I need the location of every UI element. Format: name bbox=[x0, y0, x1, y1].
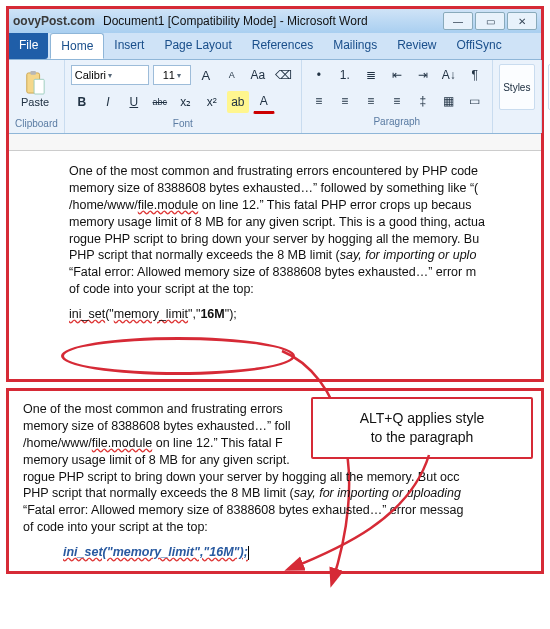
title-bar: oovyPost.com Document1 [Compatibility Mo… bbox=[9, 9, 541, 33]
svg-rect-1 bbox=[30, 71, 36, 75]
result-panel: One of the most common and frustrating e… bbox=[6, 388, 544, 574]
group-paragraph: • 1. ≣ ⇤ ⇥ A↓ ¶ ≡ ≡ ≡ ≡ ‡ ▦ ▭ Paragraph bbox=[302, 60, 493, 133]
doc-line: One of the most common and frustrating e… bbox=[69, 163, 525, 180]
superscript-button[interactable]: x² bbox=[201, 91, 223, 113]
borders-button[interactable]: ▭ bbox=[464, 90, 486, 112]
tab-offisync[interactable]: OffiSync bbox=[447, 33, 512, 59]
underline-button[interactable]: U bbox=[123, 91, 145, 113]
doc-line: /home/www/file.module on line 12.” This … bbox=[69, 197, 525, 214]
font-name-value: Calibri bbox=[75, 69, 106, 81]
code-line: ini_set("memory_limit","16M"); bbox=[69, 306, 525, 323]
font-size-value: 11 bbox=[163, 69, 175, 81]
window-title: Document1 [Compatibility Mode] - Microso… bbox=[103, 14, 368, 28]
styles-label: Styles bbox=[503, 82, 530, 93]
callout-line: to the paragraph bbox=[327, 428, 517, 447]
ribbon-tabs: File Home Insert Page Layout References … bbox=[9, 33, 541, 60]
multilevel-button[interactable]: ≣ bbox=[360, 64, 382, 86]
group-styles: Styles bbox=[493, 60, 542, 133]
tab-references[interactable]: References bbox=[242, 33, 323, 59]
strike-button[interactable]: abc bbox=[149, 91, 171, 113]
doc-line: rogue PHP script to bring down your serv… bbox=[23, 469, 527, 486]
align-center-button[interactable]: ≡ bbox=[334, 90, 356, 112]
inc-indent-button[interactable]: ⇥ bbox=[412, 64, 434, 86]
svg-rect-2 bbox=[34, 79, 44, 94]
tab-page-layout[interactable]: Page Layout bbox=[154, 33, 241, 59]
styled-code: ini_set("memory_limit","16M"); bbox=[63, 544, 248, 561]
tab-insert[interactable]: Insert bbox=[104, 33, 154, 59]
align-right-button[interactable]: ≡ bbox=[360, 90, 382, 112]
paragraph-label: Paragraph bbox=[308, 116, 486, 127]
maximize-button[interactable]: ▭ bbox=[475, 12, 505, 30]
close-button[interactable]: ✕ bbox=[507, 12, 537, 30]
paste-button[interactable]: Paste bbox=[15, 64, 55, 114]
font-size-combo[interactable]: 11▾ bbox=[153, 65, 191, 85]
font-color-button[interactable]: A bbox=[253, 90, 275, 114]
ribbon: Paste Clipboard Calibri▾ 11▾ A A Aa ⌫ B … bbox=[9, 60, 541, 134]
word-window: oovyPost.com Document1 [Compatibility Mo… bbox=[6, 6, 544, 382]
shrink-font-button[interactable]: A bbox=[221, 64, 243, 86]
text-caret bbox=[248, 546, 249, 560]
dec-indent-button[interactable]: ⇤ bbox=[386, 64, 408, 86]
doc-line: of code into your script at the top: bbox=[23, 519, 527, 536]
numbering-button[interactable]: 1. bbox=[334, 64, 356, 86]
align-left-button[interactable]: ≡ bbox=[308, 90, 330, 112]
watermark-text: oovyPost.com bbox=[13, 14, 95, 28]
chevron-down-icon: ▾ bbox=[108, 71, 112, 80]
callout-line: ALT+Q applies style bbox=[327, 409, 517, 428]
doc-line: PHP script that normally exceeds the 8 M… bbox=[23, 485, 527, 502]
doc-line: memory usage limit of 8 MB for any given… bbox=[69, 214, 525, 231]
clear-format-button[interactable]: ⌫ bbox=[273, 64, 295, 86]
tab-file[interactable]: File bbox=[9, 33, 48, 59]
doc-line: “Fatal error: Allowed memory size of 838… bbox=[69, 264, 525, 281]
change-case-button[interactable]: Aa bbox=[247, 64, 269, 86]
doc-line: rogue PHP script to bring down your serv… bbox=[69, 231, 525, 248]
tab-mailings[interactable]: Mailings bbox=[323, 33, 387, 59]
group-clipboard: Paste Clipboard bbox=[9, 60, 65, 133]
minimize-button[interactable]: — bbox=[443, 12, 473, 30]
paste-label: Paste bbox=[21, 96, 49, 108]
doc-line: of code into your script at the top: bbox=[69, 281, 525, 298]
tab-review[interactable]: Review bbox=[387, 33, 446, 59]
bold-button[interactable]: B bbox=[71, 91, 93, 113]
group-editing: Edit bbox=[542, 60, 550, 133]
shading-button[interactable]: ▦ bbox=[438, 90, 460, 112]
doc-line: PHP script that normally exceeds the 8 M… bbox=[69, 247, 525, 264]
styles-button[interactable]: Styles bbox=[499, 64, 535, 110]
tab-home[interactable]: Home bbox=[50, 33, 104, 59]
window-controls: — ▭ ✕ bbox=[443, 12, 537, 30]
show-marks-button[interactable]: ¶ bbox=[464, 64, 486, 86]
italic-button[interactable]: I bbox=[97, 91, 119, 113]
highlight-button[interactable]: ab bbox=[227, 91, 249, 113]
font-label: Font bbox=[71, 118, 295, 129]
justify-button[interactable]: ≡ bbox=[386, 90, 408, 112]
clipboard-label: Clipboard bbox=[15, 118, 58, 129]
sort-button[interactable]: A↓ bbox=[438, 64, 460, 86]
clipboard-icon bbox=[24, 70, 46, 96]
callout-box: ALT+Q applies style to the paragraph bbox=[311, 397, 533, 459]
doc-line: memory size of 8388608 bytes exhausted…”… bbox=[69, 180, 525, 197]
grow-font-button[interactable]: A bbox=[195, 64, 217, 86]
ruler[interactable] bbox=[9, 134, 541, 151]
document-area[interactable]: One of the most common and frustrating e… bbox=[9, 151, 541, 359]
group-font: Calibri▾ 11▾ A A Aa ⌫ B I U abc x₂ x² ab… bbox=[65, 60, 302, 133]
chevron-down-icon: ▾ bbox=[177, 71, 181, 80]
bullets-button[interactable]: • bbox=[308, 64, 330, 86]
font-name-combo[interactable]: Calibri▾ bbox=[71, 65, 149, 85]
line-spacing-button[interactable]: ‡ bbox=[412, 90, 434, 112]
doc-line: “Fatal error: Allowed memory size of 838… bbox=[23, 502, 527, 519]
subscript-button[interactable]: x₂ bbox=[175, 91, 197, 113]
